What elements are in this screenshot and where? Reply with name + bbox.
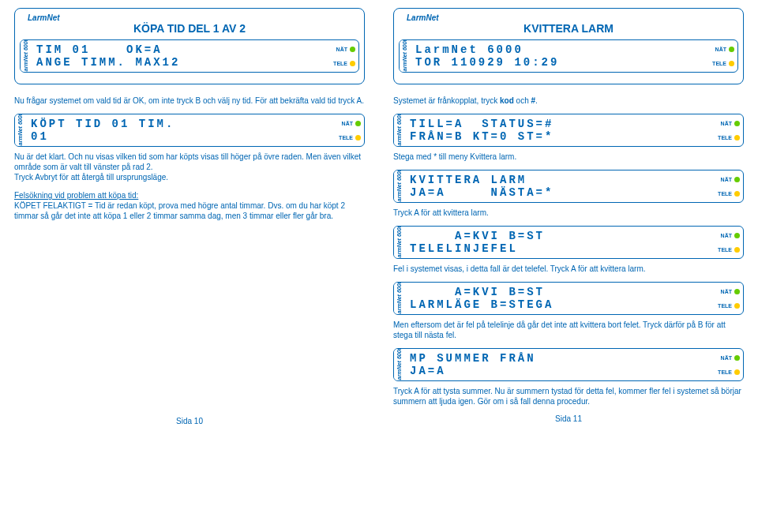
lcd-panel: LarmNet 6000 KÖPT TID 01 TIM. 01 NÄT TEL… bbox=[14, 114, 365, 147]
left-desc-2: Nu är det klart. Och nu visas vilken tid… bbox=[14, 152, 365, 182]
led-tele-row: TELE bbox=[706, 61, 734, 66]
lcd-brand-text: LarmNet 6000 bbox=[403, 39, 408, 73]
lcd-screen: TIM 01 OK=A ANGE TIMM. MAX12 bbox=[32, 40, 327, 72]
lcd-line-1: LarmNet 6000 bbox=[415, 43, 701, 56]
led-nat-row: NÄT bbox=[711, 233, 740, 238]
led-nat-row: NÄT bbox=[711, 177, 740, 182]
led-yellow-icon bbox=[734, 303, 740, 309]
led-green-icon bbox=[734, 121, 740, 126]
page-spread: LarmNet KÖPA TID DEL 1 AV 2 LarmNet 6000… bbox=[0, 0, 758, 433]
led-yellow-icon bbox=[350, 61, 355, 66]
led-nat-label: NÄT bbox=[721, 355, 732, 361]
lcd-line-2: TOR 110929 10:29 bbox=[415, 56, 701, 69]
lcd-brand-strip: LarmNet 6000 bbox=[394, 227, 405, 258]
lcd-brand-text: LarmNet 6000 bbox=[18, 114, 24, 147]
page-left: LarmNet KÖPA TID DEL 1 AV 2 LarmNet 6000… bbox=[0, 0, 379, 433]
led-tele-label: TELE bbox=[718, 303, 732, 309]
lcd-line-2: FRÅN=B KT=0 ST=* bbox=[410, 130, 707, 143]
page-right: LarmNet KVITTERA LARM LarmNet 6000 LarmN… bbox=[379, 0, 758, 433]
lcd-panel: LarmNet 6000 TILL=A STATUS=# FRÅN=B KT=0… bbox=[393, 114, 744, 147]
led-nat-label: NÄT bbox=[715, 47, 726, 52]
right-desc-3: Tryck A för att kvittera larm. bbox=[393, 208, 744, 218]
led-green-icon bbox=[729, 47, 734, 52]
lcd-panel: LarmNet 6000 A=KVI B=ST LARMLÄGE B=STEGA… bbox=[393, 282, 744, 315]
lcd-brand-text: LarmNet 6000 bbox=[397, 170, 403, 203]
lcd-panel: LarmNet 6000 TIM 01 OK=A ANGE TIMM. MAX1… bbox=[20, 39, 359, 73]
lcd-brand-text: LarmNet 6000 bbox=[24, 39, 29, 73]
lcd-line-1: KÖPT TID 01 TIM. bbox=[31, 118, 328, 130]
fieldset-legend: LarmNet bbox=[24, 13, 63, 22]
lcd-brand-strip: LarmNet 6000 bbox=[15, 114, 26, 146]
lcd-line-1: KVITTERA LARM bbox=[410, 174, 707, 186]
lcd-line-2: ANGE TIMM. MAX12 bbox=[36, 56, 322, 69]
lcd-brand-text: LarmNet 6000 bbox=[397, 226, 403, 259]
led-tele-label: TELE bbox=[718, 135, 732, 140]
led-green-icon bbox=[734, 233, 740, 238]
led-nat-row: NÄT bbox=[327, 47, 355, 52]
lcd-screen: LarmNet 6000 TOR 110929 10:29 bbox=[411, 40, 706, 72]
lcd-screen: TILL=A STATUS=# FRÅN=B KT=0 ST=* bbox=[405, 114, 711, 146]
left-desc-3-body: KÖPET FELAKTIGT = Tid är redan köpt, pro… bbox=[14, 201, 345, 220]
led-nat-row: NÄT bbox=[711, 289, 740, 294]
left-desc-2b: Tryck Avbryt för att återgå till ursprun… bbox=[14, 173, 168, 182]
lcd-line-2: JA=A bbox=[410, 365, 707, 377]
lcd-line-1: MP SUMMER FRÅN bbox=[410, 352, 707, 365]
lcd-leds: NÄT TELE bbox=[711, 170, 743, 202]
led-yellow-icon bbox=[355, 135, 361, 140]
lcd-brand-strip: LarmNet 6000 bbox=[394, 349, 405, 380]
spacer bbox=[14, 229, 365, 410]
lcd-leds: NÄT TELE bbox=[327, 40, 358, 72]
right-section-title: KVITTERA LARM bbox=[399, 22, 738, 35]
lcd-line-2: JA=A NÄSTA=* bbox=[410, 186, 707, 199]
right-desc-1: Systemet är frånkopplat, tryck kod och #… bbox=[393, 96, 744, 106]
led-tele-row: TELE bbox=[711, 369, 740, 375]
lcd-line-1: TILL=A STATUS=# bbox=[410, 118, 707, 130]
led-green-icon bbox=[734, 177, 740, 182]
right-footer: Sida 11 bbox=[393, 414, 744, 423]
led-green-icon bbox=[350, 47, 355, 52]
led-nat-label: NÄT bbox=[721, 289, 732, 294]
left-desc-2a: Nu är det klart. Och nu visas vilken tid… bbox=[14, 152, 361, 171]
lcd-panel: LarmNet 6000 LarmNet 6000 TOR 110929 10:… bbox=[399, 39, 738, 73]
right-desc-6: Tryck A för att tysta summer. Nu är summ… bbox=[393, 386, 744, 406]
led-tele-row: TELE bbox=[711, 135, 740, 140]
led-nat-row: NÄT bbox=[706, 47, 734, 52]
lcd-leds: NÄT TELE bbox=[711, 349, 743, 380]
lcd-leds: NÄT TELE bbox=[711, 283, 743, 314]
led-nat-row: NÄT bbox=[711, 355, 740, 361]
fieldset-legend: LarmNet bbox=[403, 13, 442, 22]
lcd-brand-text: LarmNet 6000 bbox=[397, 114, 403, 147]
led-tele-label: TELE bbox=[339, 135, 353, 140]
lcd-brand-text: LarmNet 6000 bbox=[397, 282, 403, 315]
lcd-line-1: A=KVI B=ST bbox=[410, 230, 707, 242]
lcd-screen: A=KVI B=ST TELELINJEFEL bbox=[405, 227, 711, 258]
led-tele-label: TELE bbox=[333, 61, 347, 66]
lcd-line-2: LARMLÄGE B=STEGA bbox=[410, 298, 707, 311]
led-nat-label: NÄT bbox=[721, 121, 732, 126]
led-tele-row: TELE bbox=[711, 303, 740, 309]
lcd-brand-text: LarmNet 6000 bbox=[397, 348, 403, 381]
left-desc-3-title: Felsökning vid problem att köpa tid: bbox=[14, 191, 138, 200]
led-nat-label: NÄT bbox=[342, 121, 353, 126]
lcd-brand-strip: LarmNet 6000 bbox=[400, 40, 411, 72]
left-desc-3: Felsökning vid problem att köpa tid: KÖP… bbox=[14, 190, 365, 221]
lcd-panel: LarmNet 6000 MP SUMMER FRÅN JA=A NÄT TEL… bbox=[393, 348, 744, 381]
led-tele-label: TELE bbox=[718, 191, 732, 197]
lcd-screen: KVITTERA LARM JA=A NÄSTA=* bbox=[405, 170, 711, 202]
led-tele-row: TELE bbox=[327, 61, 355, 66]
right-desc-4: Fel i systemet visas, i detta fall är de… bbox=[393, 264, 744, 274]
led-yellow-icon bbox=[729, 61, 734, 66]
led-yellow-icon bbox=[734, 247, 740, 253]
led-tele-label: TELE bbox=[712, 61, 726, 66]
lcd-leds: NÄT TELE bbox=[711, 114, 743, 146]
led-tele-label: TELE bbox=[718, 369, 732, 375]
left-desc-1: Nu frågar systemet om vald tid är OK, om… bbox=[14, 96, 365, 106]
lcd-brand-strip: LarmNet 6000 bbox=[21, 40, 32, 72]
lcd-brand-strip: LarmNet 6000 bbox=[394, 170, 405, 202]
left-footer: Sida 10 bbox=[14, 417, 365, 425]
led-nat-label: NÄT bbox=[721, 177, 732, 182]
left-section-title: KÖPA TID DEL 1 AV 2 bbox=[20, 22, 359, 35]
led-yellow-icon bbox=[734, 191, 740, 197]
led-green-icon bbox=[734, 289, 740, 294]
led-green-icon bbox=[734, 355, 740, 361]
